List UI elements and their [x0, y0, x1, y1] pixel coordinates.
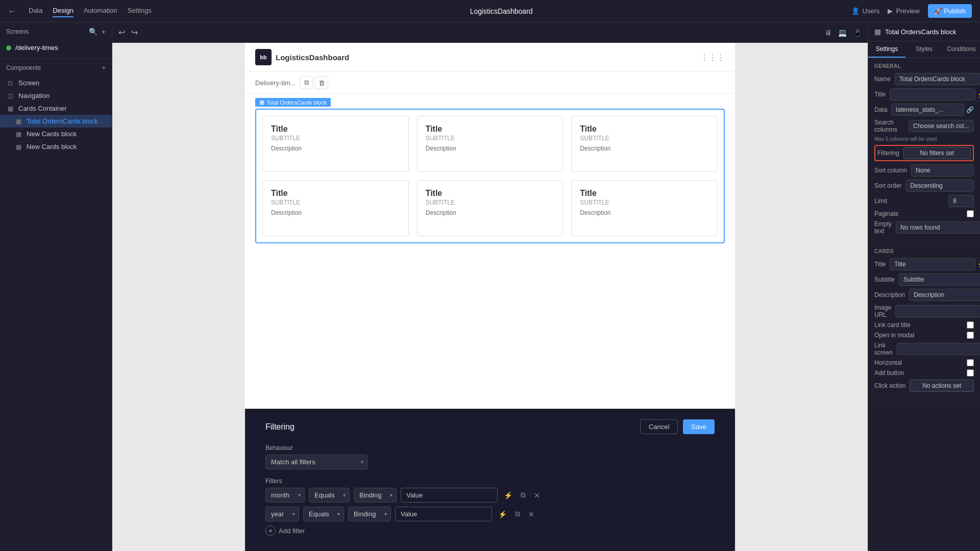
filter-binding-2-select[interactable]: Binding	[348, 507, 391, 521]
filter-lightning-2-icon[interactable]: ⚡	[496, 508, 509, 520]
panel-card-title-input[interactable]	[890, 258, 975, 270]
filter-copy-2-icon[interactable]: ⧉	[513, 508, 522, 520]
component-new-cards-block-1[interactable]: ▦ New Cards block	[0, 128, 112, 140]
panel-card-subtitle-input[interactable]	[899, 273, 980, 286]
component-total-orders-label: Total OrdersCards block	[27, 117, 97, 125]
nav-tab-automation[interactable]: Automation	[84, 5, 117, 17]
filter-operator-2-select[interactable]: Equals	[303, 507, 344, 521]
panel-data-label: Data	[874, 106, 887, 113]
component-screen[interactable]: ⊡ Screen	[0, 77, 112, 89]
card-subtitle-5: SUBTITLE	[426, 199, 555, 206]
add-component-icon[interactable]: +	[102, 64, 106, 71]
filter-delete-2-icon[interactable]: ✕	[526, 508, 536, 520]
panel-horizontal-checkbox[interactable]	[967, 359, 974, 366]
panel-add-button-checkbox[interactable]	[967, 369, 974, 377]
add-filter-button[interactable]: + Add filter	[265, 525, 305, 536]
panel-card-image-label: Image URL	[874, 304, 891, 318]
panel-sort-column-select[interactable]: None	[911, 164, 974, 177]
filter-column-2-select[interactable]: year	[265, 507, 299, 521]
filtering-header: Filtering Cancel Save	[265, 419, 715, 434]
nav-tab-design[interactable]: Design	[53, 5, 73, 17]
add-screen-icon[interactable]: +	[102, 28, 106, 36]
panel-name-input[interactable]	[895, 73, 980, 85]
component-total-orders-cards[interactable]: ▦ Total OrdersCards block	[0, 115, 112, 128]
view-tablet-button[interactable]: 💻	[838, 29, 847, 37]
filter-value-2-input[interactable]	[395, 507, 492, 521]
block-label: ▦ Total OrdersCards block	[255, 98, 331, 107]
view-mobile-button[interactable]: 📱	[853, 29, 862, 37]
panel-paginate-checkbox[interactable]	[967, 210, 974, 217]
cancel-button[interactable]: Cancel	[640, 419, 678, 434]
filter-column-1-select[interactable]: month	[265, 488, 305, 503]
panel-open-modal-checkbox[interactable]	[967, 332, 974, 339]
panel-sort-column-row: Sort column None	[874, 164, 974, 177]
publish-button[interactable]: 🚀 Publish	[928, 4, 972, 18]
panel-name-row: Name	[874, 73, 974, 85]
panel-empty-text-input[interactable]	[896, 221, 980, 234]
filter-operator-1-select[interactable]: Equals	[309, 488, 350, 503]
panel-link-card-title-checkbox[interactable]	[967, 321, 974, 329]
canvas-grid-button[interactable]: ⋮⋮⋮	[700, 53, 725, 62]
redo-button[interactable]: ↪	[131, 28, 138, 37]
right-panel-header: ▦ Total OrdersCards block	[868, 22, 980, 41]
filter-value-1-input[interactable]	[401, 488, 498, 503]
component-new-cards-2-label: New Cards block	[27, 143, 77, 151]
panel-card-subtitle-label: Subtitle	[874, 276, 895, 283]
filter-delete-1-icon[interactable]: ✕	[532, 489, 542, 502]
no-actions-button[interactable]: No actions set	[910, 380, 974, 392]
filter-lightning-1-icon[interactable]: ⚡	[502, 489, 514, 502]
panel-empty-text-wrapper: ⚡	[896, 221, 980, 234]
panel-link-screen-input[interactable]	[897, 343, 980, 355]
screen-item-delivery-times[interactable]: /delivery-times	[0, 41, 112, 55]
panel-card-title-lightning-icon[interactable]: ⚡	[977, 261, 980, 268]
filter-row-2: year Equals Binding	[265, 507, 715, 521]
view-desktop-button[interactable]: 🖥	[825, 29, 832, 37]
card-subtitle-1: SUBTITLE	[271, 135, 400, 142]
filter-binding-1-select[interactable]: Binding	[354, 488, 397, 503]
panel-title-lightning-icon[interactable]: ⚡	[977, 91, 980, 98]
panel-limit-input[interactable]	[948, 195, 974, 207]
search-icon[interactable]: 🔍	[89, 28, 97, 36]
panel-click-action-label: Click action	[874, 382, 905, 389]
nav-tab-settings[interactable]: Settings	[128, 5, 152, 17]
panel-card-description-input[interactable]	[909, 289, 980, 301]
panel-link-screen-label: Link screen	[874, 342, 893, 356]
panel-card-image-input[interactable]	[895, 305, 980, 317]
component-new-cards-block-2[interactable]: ▦ New Cards block	[0, 140, 112, 153]
breadcrumb-copy-button[interactable]: ⧉	[300, 76, 313, 89]
screen-active-dot	[6, 45, 11, 51]
breadcrumb-delete-button[interactable]: 🗑	[315, 76, 328, 89]
cards-container-icon: ▦	[6, 105, 14, 112]
back-button[interactable]: ←	[8, 7, 16, 16]
save-button[interactable]: Save	[683, 419, 715, 434]
undo-button[interactable]: ↩	[118, 28, 125, 37]
filter-binding-1-wrapper: Binding	[354, 488, 397, 503]
users-button[interactable]: 👤 Users	[851, 7, 880, 15]
components-label: Components	[6, 64, 41, 71]
tab-styles[interactable]: Styles	[905, 41, 943, 58]
component-cards-container-label: Cards Container	[18, 105, 67, 112]
table-row: Title SUBTITLE Description	[571, 180, 718, 236]
panel-open-modal-row: Open in modal	[874, 332, 974, 339]
panel-data-select[interactable]: lateness_stats_...	[891, 104, 964, 116]
filter-copy-1-icon[interactable]: ⧉	[519, 489, 528, 502]
filter-column-2-wrapper: year	[265, 507, 299, 521]
component-cards-container[interactable]: ▦ Cards Container	[0, 102, 112, 115]
panel-title-input[interactable]	[890, 88, 975, 101]
logo-icon: bb	[255, 49, 272, 65]
tab-conditions[interactable]: Conditions	[943, 41, 980, 58]
panel-open-modal-label: Open in modal	[874, 332, 914, 339]
tab-settings[interactable]: Settings	[868, 41, 905, 58]
panel-link-screen-row: Link screen ⚡ ▾	[874, 342, 974, 356]
card-title-1: Title	[271, 124, 400, 134]
no-filters-button[interactable]: No filters set	[903, 147, 971, 159]
preview-button[interactable]: ▶ Preview	[888, 7, 919, 15]
nav-tab-data[interactable]: Data	[29, 5, 42, 17]
behaviour-select[interactable]: Match all filters	[265, 455, 368, 469]
panel-sort-column-label: Sort column	[874, 167, 907, 174]
nav-tabs: Data Design Automation Settings	[29, 5, 152, 17]
panel-data-lightning-icon[interactable]: 🔗	[966, 106, 974, 113]
panel-sort-order-select[interactable]: Descending	[905, 180, 974, 192]
component-navigation[interactable]: ◫ Navigation	[0, 89, 112, 102]
panel-search-columns-select[interactable]: Choose search col...	[909, 120, 974, 132]
